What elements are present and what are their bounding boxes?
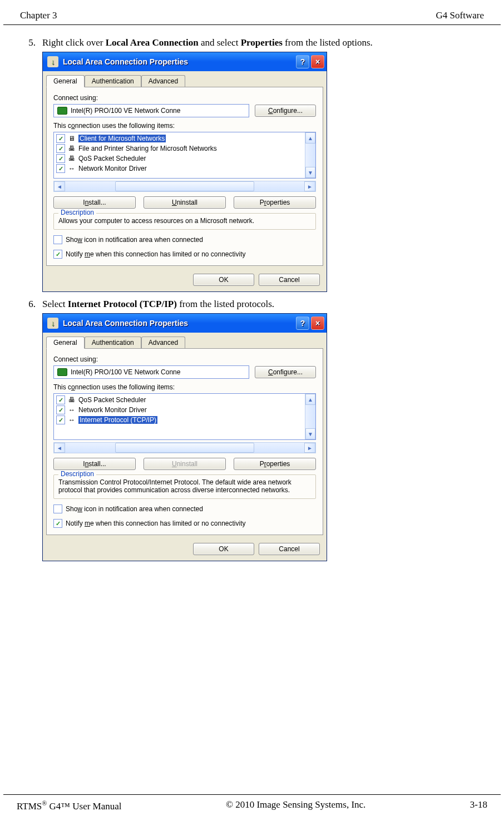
- show-icon-checkbox[interactable]: [53, 505, 62, 513]
- checkbox-icon[interactable]: ✓: [56, 395, 65, 404]
- panel-general: Connect using: Intel(R) PRO/100 VE Netwo…: [46, 348, 323, 535]
- uninstall-button[interactable]: Uninstall: [144, 196, 226, 209]
- items-listbox[interactable]: ✓🖥Client for Microsoft Networks ✓🖶File a…: [53, 132, 316, 179]
- notify-checkbox[interactable]: ✓: [53, 519, 62, 528]
- adapter-field[interactable]: Intel(R) PRO/100 VE Network Conne: [53, 104, 249, 117]
- scroll-left-icon[interactable]: ◄: [54, 181, 65, 191]
- scroll-thumb[interactable]: [115, 181, 254, 191]
- vertical-scrollbar[interactable]: ▲ ▼: [305, 132, 315, 178]
- dialog-2-titlebar: ↓ Local Area Connection Properties ? ×: [43, 314, 327, 333]
- list-item[interactable]: ✓🖶File and Printer Sharing for Microsoft…: [55, 144, 304, 154]
- tab-advanced[interactable]: Advanced: [141, 75, 185, 87]
- tab-general[interactable]: General: [46, 337, 85, 349]
- client-icon: 🖥: [67, 134, 76, 143]
- screenshot-1-wrap: ↓ Local Area Connection Properties ? × G…: [42, 52, 487, 292]
- configure-button[interactable]: Configure...: [255, 366, 316, 378]
- scroll-left-icon[interactable]: ◄: [54, 443, 65, 453]
- checkbox-icon[interactable]: ✓: [56, 405, 65, 414]
- show-icon-label: Show icon in notification area when conn…: [66, 505, 203, 513]
- adapter-name: Intel(R) PRO/100 VE Network Conne: [71, 368, 180, 376]
- footer-left: RTMS® G4™ User Manual: [17, 799, 122, 812]
- step-5-number: 5.: [17, 37, 42, 48]
- page-header: Chapter 3 G4 Software: [3, 0, 501, 25]
- header-left: Chapter 3: [20, 10, 57, 21]
- scroll-up-icon[interactable]: ▲: [305, 394, 315, 405]
- checkbox-icon[interactable]: ✓: [56, 134, 65, 143]
- close-button[interactable]: ×: [311, 55, 324, 68]
- description-group: Description Allows your computer to acce…: [53, 213, 316, 230]
- install-button[interactable]: Install...: [53, 196, 136, 209]
- notify-label: Notify me when this connection has limit…: [66, 520, 246, 527]
- install-button[interactable]: Install...: [53, 458, 136, 470]
- dialog-2-title: Local Area Connection Properties: [63, 319, 294, 328]
- horizontal-scrollbar[interactable]: ◄ ►: [53, 442, 316, 453]
- adapter-field[interactable]: Intel(R) PRO/100 VE Network Conne: [53, 365, 249, 379]
- checkbox-icon[interactable]: ✓: [56, 164, 65, 173]
- dialog-2: ↓ Local Area Connection Properties ? × G…: [42, 313, 327, 561]
- scroll-right-icon[interactable]: ►: [304, 181, 315, 191]
- step-5-text: Right click over Local Area Connection a…: [42, 37, 487, 48]
- list-item[interactable]: ✓🖶QoS Packet Scheduler: [55, 395, 304, 405]
- nic-icon: [57, 368, 67, 376]
- footer-right: 3-18: [470, 799, 487, 812]
- properties-button[interactable]: Properties: [234, 458, 316, 470]
- list-item[interactable]: ✓🖥Client for Microsoft Networks: [55, 133, 304, 144]
- protocol-icon: ↔: [67, 405, 76, 414]
- dialog-1-title: Local Area Connection Properties: [63, 57, 294, 66]
- dialog-1-titlebar: ↓ Local Area Connection Properties ? ×: [43, 52, 327, 71]
- description-text: Transmission Control Protocol/Internet P…: [58, 478, 291, 494]
- list-item[interactable]: ✓↔Network Monitor Driver: [55, 164, 304, 174]
- description-legend: Description: [58, 470, 96, 478]
- notify-checkbox[interactable]: ✓: [53, 250, 62, 259]
- close-button[interactable]: ×: [311, 316, 324, 330]
- step-6: 6. Select Internet Protocol (TCP/IP) fro…: [17, 299, 487, 310]
- checkbox-icon[interactable]: ✓: [56, 144, 65, 153]
- service-icon: 🖶: [67, 144, 76, 153]
- tab-authentication[interactable]: Authentication: [85, 75, 141, 87]
- items-label: This connection uses the following items…: [53, 383, 316, 391]
- scroll-down-icon[interactable]: ▼: [305, 428, 315, 439]
- tab-strip: General Authentication Advanced: [46, 75, 323, 87]
- list-item[interactable]: ✓↔Internet Protocol (TCP/IP): [55, 415, 304, 425]
- service-icon: 🖶: [67, 395, 76, 404]
- step-6-text: Select Internet Protocol (TCP/IP) from t…: [42, 299, 487, 310]
- configure-button[interactable]: Configure...: [255, 105, 316, 117]
- tab-authentication[interactable]: Authentication: [85, 337, 141, 349]
- scroll-up-icon[interactable]: ▲: [305, 132, 315, 144]
- properties-button[interactable]: Properties: [234, 196, 316, 209]
- cancel-button[interactable]: Cancel: [259, 274, 320, 286]
- protocol-icon: ↔: [67, 164, 76, 173]
- content: 5. Right click over Local Area Connectio…: [0, 25, 504, 561]
- description-legend: Description: [58, 209, 96, 216]
- ok-button[interactable]: OK: [193, 543, 254, 555]
- scroll-right-icon[interactable]: ►: [304, 443, 315, 453]
- tab-general[interactable]: General: [46, 75, 85, 87]
- dialog-1: ↓ Local Area Connection Properties ? × G…: [42, 52, 327, 292]
- tab-strip: General Authentication Advanced: [46, 337, 323, 349]
- list-item[interactable]: ✓🖶QoS Packet Scheduler: [55, 154, 304, 164]
- show-icon-checkbox[interactable]: [53, 235, 62, 244]
- items-label: This connection uses the following items…: [53, 122, 316, 130]
- step-5: 5. Right click over Local Area Connectio…: [17, 37, 487, 48]
- protocol-icon: ↔: [67, 416, 76, 424]
- help-button[interactable]: ?: [296, 55, 309, 68]
- list-item[interactable]: ✓↔Network Monitor Driver: [55, 405, 304, 415]
- notify-label: Notify me when this connection has limit…: [66, 250, 246, 258]
- connect-using-label: Connect using:: [53, 355, 316, 363]
- screenshot-2-wrap: ↓ Local Area Connection Properties ? × G…: [42, 313, 487, 561]
- description-text: Allows your computer to access resources…: [58, 217, 254, 225]
- scroll-down-icon[interactable]: ▼: [305, 167, 315, 178]
- vertical-scrollbar[interactable]: ▲ ▼: [305, 394, 315, 439]
- checkbox-icon[interactable]: ✓: [56, 154, 65, 163]
- help-button[interactable]: ?: [296, 316, 309, 330]
- dialog-icon: ↓: [47, 56, 58, 67]
- show-icon-label: Show icon in notification area when conn…: [66, 236, 203, 244]
- checkbox-icon[interactable]: ✓: [56, 416, 65, 424]
- ok-button[interactable]: OK: [193, 274, 254, 286]
- cancel-button[interactable]: Cancel: [259, 543, 320, 555]
- scroll-thumb[interactable]: [115, 443, 254, 453]
- step-6-number: 6.: [17, 299, 42, 310]
- items-listbox[interactable]: ✓🖶QoS Packet Scheduler ✓↔Network Monitor…: [53, 393, 316, 440]
- horizontal-scrollbar[interactable]: ◄ ►: [53, 181, 316, 192]
- tab-advanced[interactable]: Advanced: [141, 337, 185, 349]
